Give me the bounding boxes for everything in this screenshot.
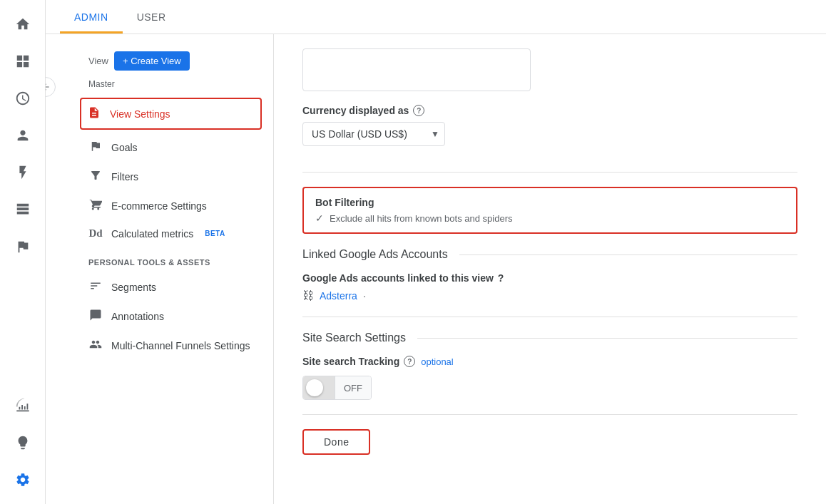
currency-select-wrapper: US Dollar (USD US$) ▼: [302, 122, 445, 146]
sidebar-item-calculated-metrics[interactable]: Dd Calculated metrics BETA: [46, 220, 273, 247]
sidebar-item-view-settings[interactable]: View Settings: [80, 98, 262, 130]
tab-user[interactable]: USER: [123, 0, 180, 34]
personal-tools-section-label: PERSONAL TOOLS & ASSETS: [46, 247, 273, 272]
section-line: [459, 254, 797, 255]
done-button[interactable]: Done: [302, 429, 370, 455]
nav-gear-icon[interactable]: [6, 463, 40, 497]
sidebar-item-filters[interactable]: Filters: [46, 162, 273, 191]
site-search-section-header: Site Search Settings: [302, 331, 797, 344]
ecommerce-icon: [88, 198, 103, 213]
view-row: View + Create View: [46, 46, 273, 76]
toggle-label: OFF: [335, 376, 371, 399]
site-search-toggle[interactable]: OFF: [302, 376, 372, 400]
document-icon: [87, 106, 101, 121]
nav-lightning-icon[interactable]: [6, 155, 40, 190]
optional-text: optional: [421, 356, 454, 367]
annotations-icon: [88, 309, 103, 324]
toggle-track[interactable]: [303, 376, 335, 399]
section-line-2: [417, 338, 797, 339]
filters-icon: [88, 169, 103, 184]
main-content: ADMIN USER View + Create View Master Vie…: [46, 0, 826, 504]
sidebar-item-segments-label: Segments: [111, 282, 156, 293]
top-tabs: ADMIN USER: [46, 0, 826, 34]
main-panel: Currency displayed as ? US Dollar (USD U…: [274, 34, 826, 504]
nav-wavy-icon[interactable]: [6, 389, 40, 423]
view-name-textarea[interactable]: [302, 48, 531, 91]
sidebar-item-segments[interactable]: Segments: [46, 272, 273, 302]
done-button-wrapper: Done: [302, 429, 797, 455]
bot-filtering-checkbox-label: Exclude all hits from known bots and spi…: [330, 213, 513, 224]
left-navigation: [0, 0, 46, 504]
sidebar: View + Create View Master View Settings …: [46, 34, 274, 504]
create-view-button[interactable]: + Create View: [114, 51, 190, 71]
currency-select[interactable]: US Dollar (USD US$): [302, 122, 445, 146]
sidebar-item-calculated-metrics-label: Calculated metrics: [111, 228, 193, 240]
link-icon: ⛓: [302, 289, 314, 302]
google-ads-help-icon[interactable]: ?: [498, 272, 504, 284]
site-search-help-icon[interactable]: ?: [404, 356, 415, 367]
nav-home-icon[interactable]: [6, 7, 40, 41]
nav-clock-icon[interactable]: [6, 81, 40, 115]
bot-filtering-check-row: ✓ Exclude all hits from known bots and s…: [315, 212, 785, 224]
nav-dashboard-icon[interactable]: [6, 44, 40, 78]
bot-filtering-title: Bot Filtering: [315, 197, 785, 208]
sidebar-item-ecommerce-label: E-commerce Settings: [111, 200, 207, 212]
divider-3: [302, 414, 797, 415]
divider-2: [302, 317, 797, 317]
bot-filtering-box: Bot Filtering ✓ Exclude all hits from kn…: [302, 187, 797, 234]
calculated-metrics-icon: Dd: [88, 227, 103, 240]
sidebar-item-view-settings-label: View Settings: [110, 108, 170, 120]
tab-admin[interactable]: ADMIN: [60, 0, 123, 34]
sidebar-item-filters-label: Filters: [111, 171, 138, 182]
currency-label: Currency displayed as ?: [302, 105, 797, 116]
ads-account-name: Adsterra: [320, 290, 357, 302]
nav-table-icon[interactable]: [6, 192, 40, 227]
site-search-tracking-label: Site search Tracking ?: [302, 356, 415, 367]
sidebar-item-annotations[interactable]: Annotations: [46, 302, 273, 331]
multi-channel-icon: [88, 338, 103, 353]
toggle-thumb: [306, 379, 323, 396]
nav-flag-icon[interactable]: [6, 230, 40, 264]
site-search-section-title: Site Search Settings: [302, 331, 406, 344]
sidebar-item-goals-label: Goals: [111, 142, 138, 153]
sidebar-item-multi-channel-label: Multi-Channel Funnels Settings: [111, 340, 250, 351]
sidebar-item-ecommerce[interactable]: E-commerce Settings: [46, 191, 273, 220]
checkmark-icon: ✓: [315, 212, 324, 224]
currency-help-icon[interactable]: ?: [413, 105, 424, 116]
sidebar-item-annotations-label: Annotations: [111, 311, 164, 322]
content-area: View + Create View Master View Settings …: [46, 34, 826, 504]
sidebar-item-goals[interactable]: Goals: [46, 133, 273, 162]
sidebar-item-multi-channel[interactable]: Multi-Channel Funnels Settings: [46, 331, 273, 360]
ads-account-row: ⛓ Adsterra ·: [302, 289, 797, 302]
nav-person-icon[interactable]: [6, 118, 40, 153]
beta-badge: BETA: [205, 230, 225, 237]
view-label: View: [88, 56, 108, 66]
goals-icon: [88, 140, 103, 155]
ads-account-dot: ·: [363, 290, 366, 302]
nav-lightbulb-icon[interactable]: [6, 426, 40, 460]
master-label: Master: [46, 76, 273, 95]
linked-ads-section-header: Linked Google Ads Accounts: [302, 248, 797, 261]
google-ads-field-label: Google Ads accounts linked to this view …: [302, 272, 797, 284]
divider-1: [302, 172, 797, 173]
segments-icon: [88, 279, 103, 294]
site-search-tracking-row: Site search Tracking ? optional: [302, 356, 797, 367]
linked-ads-section-title: Linked Google Ads Accounts: [302, 248, 448, 261]
